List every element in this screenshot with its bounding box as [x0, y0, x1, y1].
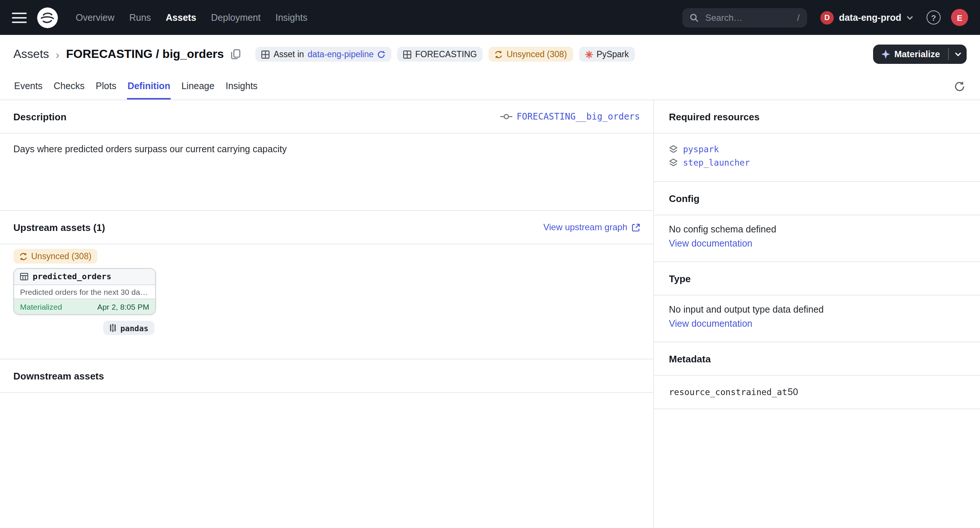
resource-link-pyspark[interactable]: pyspark [669, 143, 965, 156]
view-upstream-graph-label: View upstream graph [544, 222, 627, 232]
type-empty-text: No input and output type data defined [669, 304, 965, 315]
config-body: No config schema defined View documentat… [654, 215, 980, 262]
tab-checks[interactable]: Checks [53, 73, 85, 100]
asset-card-name: predicted_orders [33, 272, 111, 281]
job-grid-icon [262, 50, 270, 58]
resource-link-step-launcher[interactable]: step_launcher [669, 156, 965, 169]
sync-icon [19, 252, 27, 260]
asset-in-prefix: Asset in [274, 50, 304, 59]
metadata-heading: Metadata [669, 353, 711, 364]
nav-item-insights[interactable]: Insights [274, 9, 309, 25]
pandas-kind-label: pandas [120, 323, 148, 332]
page-title: FORECASTING / big_orders [66, 48, 224, 61]
sync-icon [495, 50, 503, 58]
tab-insights[interactable]: Insights [225, 73, 258, 100]
config-view-documentation-link[interactable]: View documentation [669, 239, 752, 249]
required-resources-header: Required resources [654, 100, 980, 134]
tab-lineage[interactable]: Lineage [181, 73, 215, 100]
user-avatar[interactable]: E [951, 9, 968, 26]
asset-definition-page: Overview Runs Assets Deployment Insights… [0, 0, 980, 528]
materialize-button[interactable]: Materialize [873, 45, 948, 64]
resource-step-launcher-label: step_launcher [683, 156, 750, 169]
type-section-header: Type [654, 262, 980, 296]
asset-card-status-row: Materialized Apr 2, 8:05 PM [14, 299, 155, 314]
asset-card-description: Predicted orders for the next 30 day… [14, 285, 155, 299]
upstream-unsynced-badge[interactable]: Unsynced (308) [13, 249, 97, 264]
pipeline-link[interactable]: data-eng-pipeline [308, 50, 374, 59]
definition-content: Description FORECASTING__big_orders Days… [0, 100, 980, 528]
deployment-name: data-eng-prod [839, 12, 901, 23]
description-text: Days where predicted orders surpass our … [13, 144, 640, 154]
description-section-header: Description FORECASTING__big_orders [0, 100, 653, 134]
nav-item-assets[interactable]: Assets [164, 9, 198, 25]
asset-group-tag[interactable]: FORECASTING [398, 47, 483, 62]
search-shortcut-hint: / [797, 12, 800, 23]
nav-item-overview[interactable]: Overview [74, 9, 116, 25]
refresh-icon[interactable] [953, 80, 967, 94]
pandas-kind-tag: pandas [103, 321, 154, 335]
search-input[interactable] [704, 11, 792, 23]
upstream-unsynced-label: Unsynced (308) [31, 252, 91, 261]
definition-main-column: Description FORECASTING__big_orders Days… [0, 100, 654, 528]
required-resources-heading: Required resources [669, 111, 759, 122]
materialize-label: Materialize [894, 49, 940, 59]
breadcrumb-assets-link[interactable]: Assets [13, 48, 49, 61]
type-view-documentation-link[interactable]: View documentation [669, 318, 752, 329]
op-icon [500, 113, 512, 120]
metadata-section-header: Metadata [654, 342, 980, 376]
upstream-asset-card[interactable]: predicted_orders Predicted orders for th… [13, 268, 156, 315]
sparkle-icon [881, 50, 890, 59]
downstream-heading: Downstream assets [13, 370, 104, 381]
upstream-assets-body: Unsynced (308) predicted_orders Pred [0, 244, 653, 359]
copy-asset-key-icon[interactable] [230, 48, 242, 61]
tab-events[interactable]: Events [13, 73, 43, 100]
layers-icon [669, 145, 678, 154]
resource-pyspark-label: pyspark [683, 143, 719, 156]
config-section-header: Config [654, 182, 980, 215]
description-heading: Description [13, 111, 67, 122]
upstream-heading: Upstream assets (1) [13, 222, 105, 233]
unsynced-status-tag[interactable]: Unsynced (308) [489, 47, 573, 62]
spark-icon [585, 50, 593, 58]
asset-card-header: predicted_orders [14, 269, 155, 285]
search-icon [690, 13, 698, 22]
asset-kind-row: pandas [13, 321, 154, 335]
tab-definition[interactable]: Definition [127, 73, 171, 100]
group-tag-label: FORECASTING [415, 50, 477, 59]
table-icon [20, 272, 28, 281]
pandas-icon [109, 324, 116, 332]
layers-icon [669, 158, 678, 167]
materialized-status: Materialized [20, 302, 62, 311]
required-resources-body: pyspark step_launcher [654, 134, 980, 182]
config-heading: Config [669, 193, 699, 204]
kind-tag-label: PySpark [597, 50, 629, 59]
view-upstream-graph-link[interactable]: View upstream graph [544, 222, 640, 232]
nav-item-runs[interactable]: Runs [128, 9, 152, 25]
materialized-timestamp: Apr 2, 8:05 PM [97, 302, 149, 311]
asset-job-tag: Asset in data-eng-pipeline [256, 47, 391, 62]
tab-plots[interactable]: Plots [95, 73, 117, 100]
page-header: Assets › FORECASTING / big_orders Asset … [0, 35, 980, 73]
tab-bar: Events Checks Plots Definition Lineage I… [0, 73, 980, 100]
materialize-options-caret[interactable] [949, 45, 967, 64]
global-search[interactable]: / [682, 8, 807, 27]
help-icon[interactable]: ? [926, 10, 941, 24]
pipeline-refresh-icon[interactable] [377, 50, 386, 58]
dagster-logo-icon[interactable] [37, 7, 58, 28]
kind-pyspark-tag: PySpark [579, 47, 635, 62]
job-link-label: FORECASTING__big_orders [517, 111, 640, 122]
primary-nav: Overview Runs Assets Deployment Insights [74, 9, 309, 25]
config-empty-text: No config schema defined [669, 224, 965, 235]
deployment-switcher[interactable]: D data-eng-prod [818, 9, 916, 25]
metadata-value: 50 [788, 387, 798, 397]
external-link-icon [632, 223, 640, 231]
job-link[interactable]: FORECASTING__big_orders [500, 111, 640, 122]
hamburger-menu-icon[interactable] [12, 10, 27, 25]
description-body: Days where predicted orders surpass our … [0, 134, 653, 211]
top-nav: Overview Runs Assets Deployment Insights… [0, 0, 980, 35]
metadata-key: resource_constrained_at [669, 387, 788, 397]
type-heading: Type [669, 273, 691, 284]
breadcrumb-separator: › [56, 48, 59, 60]
nav-item-deployment[interactable]: Deployment [210, 9, 262, 25]
unsynced-tag-label: Unsynced (308) [507, 50, 567, 59]
